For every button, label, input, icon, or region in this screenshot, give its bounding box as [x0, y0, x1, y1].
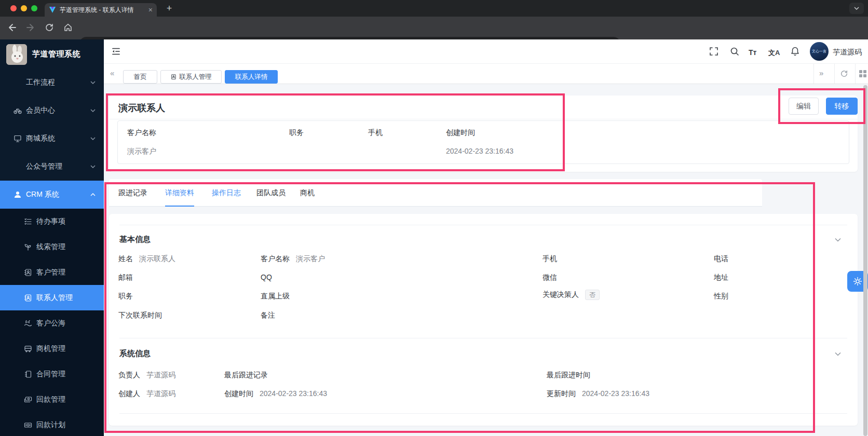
detail-tabs: 跟进记录 详细资料 操作日志 团队成员 商机 — [109, 179, 762, 207]
chevron-down-icon — [90, 165, 96, 168]
section-divider — [119, 338, 847, 338]
page-scrollbar[interactable] — [863, 85, 867, 436]
money-notes-icon — [24, 396, 32, 404]
transfer-button[interactable]: 转移 — [826, 98, 858, 115]
todo-list-icon — [24, 217, 32, 226]
tab-team-members[interactable]: 团队成员 — [256, 188, 286, 198]
logo-rabbit-avatar — [6, 44, 27, 65]
banknote-icon — [24, 421, 32, 429]
new-tab-button[interactable]: + — [163, 2, 175, 15]
section-divider — [119, 225, 847, 225]
waves-icon — [24, 319, 32, 328]
sidebar-item-customers[interactable]: 客户管理 — [0, 260, 104, 285]
window-minimize-button[interactable] — [21, 5, 27, 11]
tab-search-chevron-button[interactable] — [849, 3, 864, 14]
menu-fold-icon[interactable] — [111, 47, 121, 56]
sidebar-item-mall-system[interactable]: 商城系统 — [0, 125, 104, 153]
edit-button[interactable]: 编辑 — [789, 98, 819, 115]
collapse-chevron-icon[interactable] — [835, 352, 841, 356]
chevron-down-icon — [90, 81, 96, 84]
locale-icon[interactable]: 文A — [768, 48, 780, 58]
address-book-icon — [170, 74, 177, 80]
home-icon[interactable] — [63, 23, 73, 32]
font-size-icon[interactable]: Tт — [749, 48, 756, 57]
bike-icon — [13, 106, 22, 115]
tagbar-divider — [813, 64, 814, 84]
bus-icon — [24, 345, 32, 353]
sidebar-item-crm-system[interactable]: CRM 系统 — [0, 181, 104, 209]
tag-contact-management[interactable]: 联系人管理 — [160, 70, 222, 84]
detail-info-card: 基本信息 姓名演示联系人 客户名称演示客户 手机 电话 邮箱 QQ 微信 地址 … — [109, 214, 858, 426]
search-icon[interactable] — [730, 47, 739, 56]
sidebar: 芋道管理系统 工作流程 会员中心 商城系统 公众号管理 CRM 系统 待办事项 … — [0, 39, 104, 436]
card-divider — [109, 119, 858, 119]
address-book-icon — [24, 294, 32, 302]
key-decision-tag: 否 — [585, 290, 600, 300]
window-close-button[interactable] — [10, 5, 17, 11]
system-info-title: 系统信息 — [119, 349, 151, 359]
site-favicon — [49, 6, 56, 13]
contact-summary-box: 客户名称 演示客户 职务 手机 创建时间 2024-02-23 23:16:43 — [117, 120, 849, 164]
forward-icon[interactable] — [26, 23, 35, 32]
tag-contact-detail[interactable]: 联系人详情 — [225, 70, 278, 84]
gear-icon — [853, 277, 862, 286]
tab-close-icon[interactable]: × — [148, 6, 153, 14]
tab-detail-info[interactable]: 详细资料 — [165, 188, 194, 198]
browser-tab-title: 芋道管理系统 - 联系人详情 — [60, 6, 145, 15]
chevron-down-icon — [90, 109, 96, 112]
basic-info-title: 基本信息 — [119, 235, 151, 244]
chevron-down-icon — [90, 137, 96, 140]
sidebar-item-leads[interactable]: 线索管理 — [0, 234, 104, 260]
collapse-chevron-icon[interactable] — [835, 238, 841, 242]
sidebar-item-workflow[interactable]: 工作流程 — [0, 69, 104, 97]
tagbar-divider — [855, 64, 856, 84]
sidebar-item-official-account[interactable]: 公众号管理 — [0, 153, 104, 181]
tab-operation-log[interactable]: 操作日志 — [212, 188, 241, 198]
user-avatar[interactable]: 文心一言 — [810, 42, 829, 61]
tag-home[interactable]: 首页 — [123, 70, 157, 84]
back-icon[interactable] — [7, 23, 17, 32]
sidebar-item-receivables[interactable]: 回款管理 — [0, 387, 104, 412]
username[interactable]: 芋道源码 — [833, 48, 862, 57]
tags-scroll-left-icon[interactable]: « — [110, 69, 114, 77]
contact-summary-card: 演示联系人 客户名称 演示客户 职务 手机 创建时间 2024-02-23 23… — [109, 96, 858, 172]
tab-business[interactable]: 商机 — [300, 188, 315, 198]
reload-icon[interactable] — [45, 23, 54, 32]
crm-submenu: 待办事项 线索管理 客户管理 联系人管理 客户公海 商机管理 合同管理 回款管 — [0, 209, 104, 436]
window-zoom-button[interactable] — [31, 5, 37, 11]
seedling-icon — [24, 243, 32, 251]
notebook-icon — [24, 370, 32, 378]
app-title: 芋道管理系统 — [32, 49, 80, 59]
sidebar-item-public-pool[interactable]: 客户公海 — [0, 310, 104, 336]
sidebar-item-todo[interactable]: 待办事项 — [0, 209, 104, 234]
section-divider — [119, 413, 847, 414]
tagbar-divider — [834, 64, 835, 84]
fullscreen-icon[interactable] — [709, 47, 718, 56]
sidebar-item-contracts[interactable]: 合同管理 — [0, 361, 104, 387]
person-icon — [13, 190, 22, 199]
monitor-icon — [13, 134, 22, 143]
sidebar-logo[interactable]: 芋道管理系统 — [0, 39, 104, 69]
browser-toolbar: 127.0.0.1/crm/contact/detail/16 ☆ 6 ☆ ⋮ — [0, 17, 868, 39]
browser-tab-strip: 芋道管理系统 - 联系人详情 × + — [0, 0, 868, 17]
address-book-icon — [24, 268, 32, 277]
tags-scroll-right-icon[interactable]: » — [819, 69, 823, 77]
chevron-up-icon — [90, 193, 96, 196]
sidebar-item-receivable-plan[interactable]: 回款计划 — [0, 412, 104, 436]
bell-icon[interactable] — [790, 46, 800, 57]
contact-name-title: 演示联系人 — [118, 102, 165, 114]
sidebar-item-opportunities[interactable]: 商机管理 — [0, 336, 104, 361]
active-tab-underline — [165, 206, 194, 207]
sidebar-item-member-center[interactable]: 会员中心 — [0, 97, 104, 125]
browser-tab[interactable]: 芋道管理系统 - 联系人详情 × — [45, 3, 157, 17]
refresh-icon[interactable] — [840, 70, 848, 78]
tab-follow-records[interactable]: 跟进记录 — [118, 188, 147, 198]
sidebar-item-contacts[interactable]: 联系人管理 — [0, 285, 104, 310]
layout-grid-icon[interactable] — [859, 70, 866, 77]
